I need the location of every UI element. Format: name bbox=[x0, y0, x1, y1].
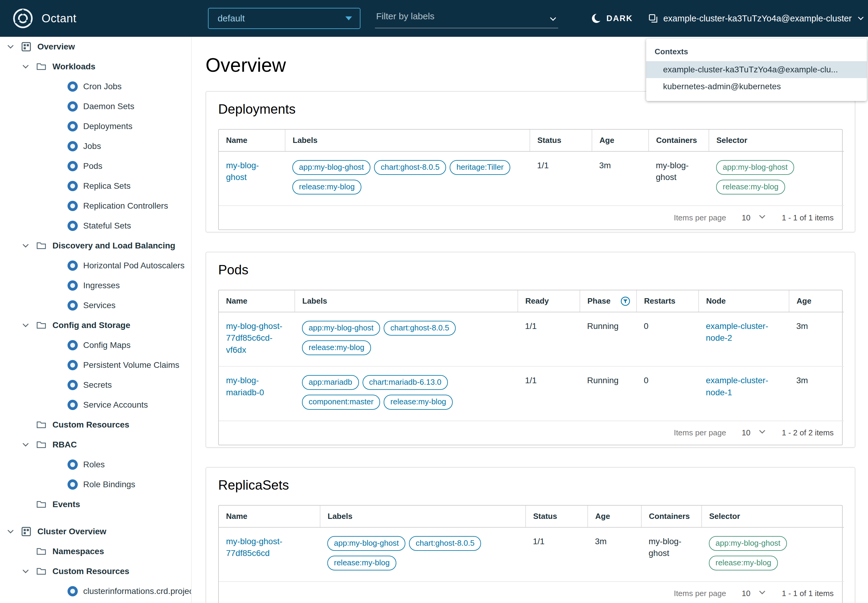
column-header-selector[interactable]: Selector bbox=[702, 506, 844, 527]
page-size-select[interactable]: 10 bbox=[742, 213, 766, 223]
theme-toggle[interactable]: DARK bbox=[591, 0, 633, 37]
sidebar-item-stateful-sets[interactable]: Stateful Sets bbox=[0, 216, 191, 236]
sidebar-item-roles[interactable]: Roles bbox=[0, 455, 191, 475]
cell-restarts: 0 bbox=[636, 366, 699, 421]
card-title: ReplicaSets bbox=[218, 477, 843, 493]
link-my-blog-ghost[interactable]: my-blog-ghost bbox=[226, 161, 259, 182]
label-tag: release:my-blog bbox=[302, 340, 371, 355]
sidebar-item-config-and-storage[interactable]: Config and Storage bbox=[0, 315, 191, 335]
column-header-labels[interactable]: Labels bbox=[320, 506, 526, 527]
page-size-select[interactable]: 10 bbox=[742, 589, 766, 598]
sidebar-item-discovery-and-load-balancing[interactable]: Discovery and Load Balancing bbox=[0, 236, 191, 256]
cell-text: Running bbox=[587, 376, 618, 385]
label-tag: app:my-blog-ghost bbox=[327, 536, 405, 551]
column-header-phase[interactable]: Phase bbox=[580, 290, 636, 312]
sidebar: OverviewWorkloadsCron JobsDaemon SetsDep… bbox=[0, 37, 192, 603]
folder-icon bbox=[36, 320, 46, 331]
sidebar-item-overview[interactable]: Overview bbox=[0, 37, 191, 57]
sidebar-item-custom-resources[interactable]: Custom Resources bbox=[0, 561, 191, 581]
caret-down-icon[interactable] bbox=[22, 63, 29, 71]
caret-down-icon[interactable] bbox=[22, 441, 29, 448]
sidebar-item-services[interactable]: Services bbox=[0, 295, 191, 315]
column-header-ready[interactable]: Ready bbox=[518, 290, 580, 312]
sidebar-item-rbac[interactable]: RBAC bbox=[0, 435, 191, 455]
column-header-age[interactable]: Age bbox=[592, 130, 649, 152]
column-header-restarts[interactable]: Restarts bbox=[636, 290, 699, 312]
sidebar-item-deployments[interactable]: Deployments bbox=[0, 116, 191, 136]
column-header-node[interactable]: Node bbox=[699, 290, 789, 312]
label-tag: chart:ghost-8.0.5 bbox=[384, 321, 456, 336]
sidebar-item-pods[interactable]: Pods bbox=[0, 156, 191, 176]
datagrid-pagination: Items per page101 - 2 of 2 items bbox=[219, 421, 842, 445]
jobs-icon bbox=[68, 141, 78, 152]
sidebar-item-config-maps[interactable]: Config Maps bbox=[0, 335, 191, 355]
chevron-down-icon bbox=[758, 428, 766, 438]
sidebar-item-daemon-sets[interactable]: Daemon Sets bbox=[0, 96, 191, 116]
link-my-blog-mariadb-0[interactable]: my-blog-mariadb-0 bbox=[226, 376, 264, 397]
sidebar-item-events[interactable]: Events bbox=[0, 495, 191, 514]
link-my-blog-ghost-77df85c6cd-vf6dx[interactable]: my-blog-ghost-77df85c6cd-vf6dx bbox=[226, 322, 283, 354]
page-size-select[interactable]: 10 bbox=[742, 428, 766, 438]
caret-down-icon[interactable] bbox=[22, 242, 29, 250]
sidebar-item-custom-resources[interactable]: Custom Resources bbox=[0, 415, 191, 435]
column-header-status[interactable]: Status bbox=[530, 130, 592, 152]
column-header-name[interactable]: Name bbox=[219, 130, 285, 152]
column-header-status[interactable]: Status bbox=[526, 506, 588, 527]
cron-jobs-icon bbox=[68, 81, 78, 92]
sidebar-item-workloads[interactable]: Workloads bbox=[0, 57, 191, 77]
column-header-label: Labels bbox=[327, 512, 352, 521]
namespace-select[interactable]: default bbox=[208, 8, 360, 29]
sidebar-item-cron-jobs[interactable]: Cron Jobs bbox=[0, 77, 191, 96]
column-header-selector[interactable]: Selector bbox=[709, 130, 844, 152]
column-header-containers[interactable]: Containers bbox=[641, 506, 702, 527]
sidebar-item-namespaces[interactable]: Namespaces bbox=[0, 541, 191, 561]
caret-down-icon[interactable] bbox=[22, 322, 29, 329]
caret-down-icon[interactable] bbox=[22, 567, 29, 575]
sidebar-item-jobs[interactable]: Jobs bbox=[0, 136, 191, 156]
cell-text: my-blog-ghost bbox=[649, 537, 681, 558]
label-tags: app:my-blog-ghostchart:ghost-8.0.5releas… bbox=[327, 535, 520, 575]
pagination-range: 1 - 2 of 2 items bbox=[782, 428, 834, 438]
label-tag: app:my-blog-ghost bbox=[292, 160, 371, 175]
sidebar-item-replication-controllers[interactable]: Replication Controllers bbox=[0, 196, 191, 216]
caret-down-icon[interactable] bbox=[7, 527, 14, 535]
sidebar-item-csidrivers-csi-storage-k8s-io[interactable]: csidrivers.csi.storage.k8s.io bbox=[0, 601, 191, 603]
chevron-down-icon[interactable] bbox=[549, 15, 557, 23]
sidebar-item-cluster-overview[interactable]: Cluster Overview bbox=[0, 522, 191, 541]
context-selector[interactable]: example-cluster-ka3TuTzYo4a@example-clus… bbox=[648, 0, 864, 37]
label-filter-input[interactable] bbox=[375, 8, 558, 28]
column-header-containers[interactable]: Containers bbox=[649, 130, 709, 152]
sidebar-item-label: Config Maps bbox=[83, 340, 130, 350]
link-my-blog-ghost-77df85c6cd[interactable]: my-blog-ghost-77df85c6cd bbox=[226, 537, 283, 558]
sidebar-item-role-bindings[interactable]: Role Bindings bbox=[0, 475, 191, 495]
column-header-labels[interactable]: Labels bbox=[285, 130, 530, 152]
cell-name: my-blog-mariadb-0 bbox=[219, 366, 295, 421]
column-header-name[interactable]: Name bbox=[219, 290, 295, 312]
sidebar-item-ingresses[interactable]: Ingresses bbox=[0, 275, 191, 295]
cell-text: 3m bbox=[595, 537, 607, 546]
context-option-selected[interactable]: example-cluster-ka3TuTzYo4a@example-clu.… bbox=[646, 61, 867, 78]
label-tag: release:my-blog bbox=[384, 395, 453, 410]
context-option[interactable]: kubernetes-admin@kubernetes bbox=[646, 78, 867, 95]
label-tag: release:my-blog bbox=[292, 180, 361, 195]
sidebar-item-persistent-volume-claims[interactable]: Persistent Volume Claims bbox=[0, 355, 191, 375]
sidebar-item-horizontal-pod-autoscalers[interactable]: Horizontal Pod Autoscalers bbox=[0, 256, 191, 275]
sidebar-item-label: Workloads bbox=[53, 62, 96, 71]
column-header-age[interactable]: Age bbox=[588, 506, 641, 527]
sidebar-item-replica-sets[interactable]: Replica Sets bbox=[0, 176, 191, 196]
link-example-cluster-node-1[interactable]: example-cluster-node-1 bbox=[706, 376, 768, 397]
caret-down-icon[interactable] bbox=[7, 43, 14, 51]
column-header-label: Status bbox=[537, 136, 561, 145]
column-header-age[interactable]: Age bbox=[789, 290, 844, 312]
column-filter-icon[interactable] bbox=[621, 296, 630, 306]
link-example-cluster-node-2[interactable]: example-cluster-node-2 bbox=[706, 322, 768, 343]
sidebar-item-service-accounts[interactable]: Service Accounts bbox=[0, 395, 191, 415]
cell-name: my-blog-ghost bbox=[219, 152, 285, 206]
sidebar-item-clusterinformations-crd-projec[interactable]: clusterinformations.crd.projec bbox=[0, 581, 191, 601]
sidebar-item-label: Ingresses bbox=[83, 281, 120, 290]
sidebar-item-secrets[interactable]: Secrets bbox=[0, 375, 191, 395]
column-header-label: Containers bbox=[649, 512, 690, 521]
column-header-labels[interactable]: Labels bbox=[295, 290, 518, 312]
column-header-name[interactable]: Name bbox=[219, 506, 320, 527]
sidebar-item-label: Discovery and Load Balancing bbox=[53, 241, 175, 250]
